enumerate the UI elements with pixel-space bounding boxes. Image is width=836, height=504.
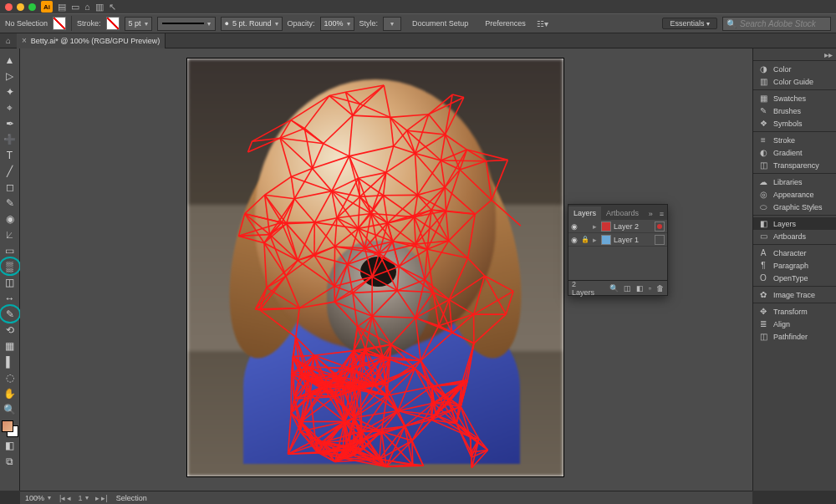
dock-item-align[interactable]: ≣Align <box>753 318 836 330</box>
arrange-icon[interactable]: ▥ <box>95 2 104 13</box>
search-field[interactable]: 🔍 Search Adobe Stock <box>722 17 831 31</box>
workspace-switcher[interactable]: Essentials ▾ <box>662 18 717 29</box>
dock-item-opentype[interactable]: OOpenType <box>753 272 836 284</box>
dock-item-swatches[interactable]: ▦Swatches <box>753 92 836 104</box>
make-clipmask-icon[interactable]: ◫ <box>624 284 631 293</box>
dock-item-layers[interactable]: ◧Layers <box>753 217 836 230</box>
style-field[interactable] <box>383 17 401 31</box>
disclosure-icon[interactable]: ▸ <box>590 222 599 231</box>
tool-pen[interactable]: ✒ <box>1 115 19 131</box>
tool-free-transform[interactable]: ◫ <box>1 274 19 290</box>
minimize-window-icon[interactable] <box>17 3 24 11</box>
tool-direct-selection[interactable]: ▷ <box>1 68 19 84</box>
tool-lasso[interactable]: ⌖ <box>1 99 19 115</box>
fill-stroke-swatches[interactable] <box>2 420 18 437</box>
lock-icon[interactable]: 🔒 <box>580 236 590 243</box>
close-tab-icon[interactable]: × <box>22 36 27 45</box>
stroke-swatch[interactable] <box>106 17 120 30</box>
delete-layer-icon[interactable]: 🗑 <box>656 284 664 293</box>
tool-type[interactable]: T <box>1 147 19 163</box>
tool-rectangle[interactable]: ◻ <box>1 179 19 195</box>
target-icon[interactable] <box>655 235 665 245</box>
visibility-icon[interactable]: ◉ <box>568 222 580 231</box>
svg-line-282 <box>324 115 353 144</box>
tool-line[interactable]: ╱ <box>1 163 19 179</box>
document-tab[interactable]: × Betty.ai* @ 100% (RGB/GPU Preview) <box>17 33 166 48</box>
tool-draw-mode[interactable]: ◧ <box>1 437 19 453</box>
tool-shaper[interactable]: ◉ <box>1 211 19 227</box>
new-sublayer-icon[interactable]: ◧ <box>636 284 644 293</box>
stroke-profile-field[interactable] <box>157 17 216 31</box>
cursor-icon[interactable]: ↖ <box>109 2 116 13</box>
dock-item-appearance[interactable]: ◎Appearance <box>753 188 836 201</box>
layers-panel-tab-layers[interactable]: Layers <box>568 206 601 220</box>
dock-item-character[interactable]: ACharacter <box>753 247 836 259</box>
visibility-icon[interactable]: ◉ <box>568 236 580 244</box>
tool-perspective[interactable]: ⟲ <box>1 322 19 338</box>
dock-item-transparency[interactable]: ◫Transparency <box>753 159 836 171</box>
preferences-button[interactable]: Preferences <box>479 17 532 31</box>
dock-item-paragraph[interactable]: ¶Paragraph <box>753 259 836 272</box>
symbols-icon: ❖ <box>758 119 768 128</box>
target-icon[interactable] <box>655 221 665 232</box>
layers-panel[interactable]: Layers Artboards » ≡ ◉ ▸ Layer 2 ◉ 🔒 ▸ L… <box>568 204 668 296</box>
new-layer-icon[interactable]: ▫ <box>649 284 651 293</box>
tool-mesh[interactable]: ▦ <box>1 338 19 354</box>
tool-width[interactable]: ▒ <box>1 258 19 274</box>
tab-home-icon[interactable]: ⌂ <box>0 36 17 45</box>
canvas-area[interactable]: Layers Artboards » ≡ ◉ ▸ Layer 2 ◉ 🔒 ▸ L… <box>20 48 752 491</box>
opacity-field[interactable]: 100% <box>320 17 354 31</box>
align-to-icon[interactable]: ☷▾ <box>537 19 548 28</box>
tool-magic-wand[interactable]: ✦ <box>1 84 19 99</box>
locate-object-icon[interactable]: 🔍 <box>609 284 619 293</box>
tool-curvature[interactable]: ➕ <box>1 131 19 147</box>
menu-icon[interactable]: ▤ <box>58 2 66 13</box>
svg-line-27 <box>337 218 364 248</box>
layers-panel-chevrons-icon[interactable]: » <box>645 208 656 220</box>
layer-color-swatch <box>601 235 611 245</box>
dock-item-image-trace[interactable]: ✿Image Trace <box>753 288 836 301</box>
stroke-weight-field[interactable]: 5 pt <box>125 17 152 31</box>
dock-item-graphic-styles[interactable]: ⬭Graphic Styles <box>753 201 836 213</box>
svg-line-545 <box>380 431 382 459</box>
brush-definition-field[interactable]: ●5 pt. Round <box>221 17 283 31</box>
tool-selection[interactable]: ▲ <box>1 52 19 68</box>
layer-row[interactable]: ◉ 🔒 ▸ Layer 1 <box>568 233 667 247</box>
tool-blend[interactable]: ◌ <box>1 369 19 385</box>
dock-item-color-guide[interactable]: ▥Color Guide <box>753 75 836 88</box>
tool-gradient[interactable]: ▌ <box>1 354 19 369</box>
layer-name[interactable]: Layer 2 <box>614 222 655 231</box>
tool-hand[interactable]: ✋ <box>1 385 19 401</box>
dock-item-stroke[interactable]: ≡Stroke <box>753 134 836 146</box>
zoom-window-icon[interactable] <box>28 3 36 11</box>
fill-swatch[interactable] <box>53 17 66 30</box>
disclosure-icon[interactable]: ▸ <box>590 236 599 244</box>
dock-collapse-icon[interactable]: ▸▸ <box>824 50 833 59</box>
bridge-icon[interactable]: ▭ <box>71 2 79 13</box>
close-window-icon[interactable] <box>5 3 13 11</box>
layers-panel-tab-artboards[interactable]: Artboards <box>601 206 644 220</box>
artboard-nav[interactable]: |◂◂1▸▸| <box>59 494 108 502</box>
dock-item-gradient[interactable]: ◐Gradient <box>753 146 836 159</box>
layer-row[interactable]: ◉ ▸ Layer 2 <box>568 220 667 233</box>
tool-paintbrush[interactable]: ✎ <box>1 195 19 211</box>
dock-item-symbols[interactable]: ❖Symbols <box>753 117 836 130</box>
dock-item-brushes[interactable]: ✎Brushes <box>753 104 836 117</box>
svg-line-392 <box>466 150 486 161</box>
zoom-field[interactable]: 100% <box>25 494 51 502</box>
tool-screen-mode[interactable]: ⧉ <box>1 453 19 469</box>
dock-item-pathfinder[interactable]: ◫Pathfinder <box>753 330 836 343</box>
tool-eraser[interactable]: ⟀ <box>1 227 19 242</box>
dock-item-transform[interactable]: ✥Transform <box>753 305 836 318</box>
layers-panel-menu-icon[interactable]: ≡ <box>656 208 667 220</box>
dock-item-color[interactable]: ◑Color <box>753 63 836 75</box>
dock-item-label: Artboards <box>773 232 806 241</box>
tool-eyedropper[interactable]: ✎ <box>1 306 19 322</box>
layer-name[interactable]: Layer 1 <box>614 236 655 244</box>
home-icon[interactable]: ⌂ <box>84 2 90 12</box>
dock-item-libraries[interactable]: ☁Libraries <box>753 176 836 188</box>
dock-item-artboards[interactable]: ▭Artboards <box>753 230 836 242</box>
graphic-styles-icon: ⬭ <box>758 202 768 212</box>
document-setup-button[interactable]: Document Setup <box>406 17 474 31</box>
tool-zoom[interactable]: 🔍 <box>1 401 19 417</box>
